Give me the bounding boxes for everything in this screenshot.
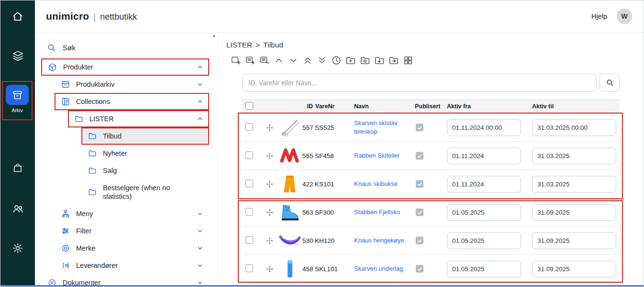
sidebar-nav: ProdukterProduktarkivCollectionsLISTERTi… [35,58,218,287]
folder-export-button[interactable] [388,55,399,66]
move-to-bottom-icon [317,55,327,66]
aktiv-til-input[interactable] [532,232,616,249]
sidebar-item-bestselgere-when-no-statistics[interactable]: Bestselgere (when no statistics) [81,179,209,205]
sidebar-item-produkter[interactable]: Produkter [41,58,209,76]
table-search-button[interactable] [600,74,620,92]
rail-arkiv-button[interactable]: Arkiv [2,81,33,120]
gear-icon [12,242,23,254]
folder-icon [88,166,97,175]
aktiv-til-input[interactable] [532,148,616,164]
move-down-button[interactable] [288,55,299,66]
product-name-link[interactable]: Skarven skistav teleskop [354,119,412,136]
drag-handle-icon[interactable] [266,124,273,131]
product-id: 422 [302,181,314,188]
sidebar-item-lister[interactable]: LISTER [68,110,209,127]
aktiv-til-input[interactable] [532,119,616,136]
row-select-checkbox[interactable] [245,208,253,216]
sidebar-item-produktarkiv[interactable]: Produktarkiv [55,76,209,93]
publisert-checkbox[interactable] [416,152,423,160]
add-row-button[interactable] [244,55,255,66]
product-name-link[interactable]: Knaus hengekøye [354,236,404,245]
sidebar-item-leverand-rer[interactable]: Leverandører [55,257,209,274]
sidebar-item-collections[interactable]: Collections [55,93,209,110]
select-all-checkbox[interactable] [245,102,253,110]
row-select-checkbox[interactable] [245,180,253,187]
aktiv-til-input[interactable] [532,176,616,193]
rail-shop-button[interactable] [0,158,35,177]
new-folder-icon [345,55,356,66]
add-list-button[interactable] [230,55,241,66]
row-select-checkbox[interactable] [245,264,253,272]
move-to-top-button[interactable] [302,55,313,66]
rail-layers-button[interactable] [0,46,35,65]
scroll-up-icon[interactable]: ▲ [212,34,216,287]
sidebar-item-meny[interactable]: Meny [55,205,209,222]
sidebar-search[interactable]: Søk [41,42,209,53]
grid-view-button[interactable] [402,55,413,66]
aktiv-fra-input[interactable] [447,204,521,221]
rail-settings-button[interactable] [0,239,35,258]
row-select-checkbox[interactable] [245,151,253,159]
rail-customers-button[interactable] [0,199,35,218]
search-icon [47,43,56,52]
sidebar-scrollbar[interactable]: ▲ [211,34,217,287]
sidebar-item-salg[interactable]: Salg [81,162,209,179]
sidebar-item-tilbud[interactable]: Tilbud [81,127,209,145]
aktiv-fra-input[interactable] [447,176,521,193]
sidebar-item-filter[interactable]: Filter [55,222,209,240]
row-select-checkbox[interactable] [245,236,253,244]
aktiv-til-input[interactable] [532,204,616,221]
folder-icon [75,115,83,123]
logo-separator: | [93,11,96,22]
move-to-top-icon [302,55,313,66]
product-thumbnail [278,174,302,194]
folder-icon [88,149,97,158]
publisert-checkbox[interactable] [416,265,423,273]
breadcrumb-current: Tilbud [263,41,283,49]
folder-settings-button[interactable] [359,55,370,66]
table-search-input[interactable] [242,74,597,92]
aktiv-til-input[interactable] [532,261,616,277]
new-folder-button[interactable] [345,55,356,66]
drag-handle-icon[interactable] [266,237,273,244]
badge-icon [61,244,70,253]
help-link[interactable]: Hjelp [591,12,607,20]
sidebar-item-nyheter[interactable]: Nyheter [81,145,209,162]
drag-handle-icon[interactable] [266,265,273,273]
product-name-link[interactable]: Rabben Skifeller [354,151,400,160]
aktiv-fra-input[interactable] [447,232,521,249]
sidebar-item-label: Meny [76,209,93,218]
publisert-checkbox[interactable] [416,180,423,188]
sidebar-item-label: Nyheter [103,149,127,158]
sidebar-item-merke[interactable]: Merke [55,240,209,257]
breadcrumb: LISTER>Tilbud [226,41,644,50]
breadcrumb-section[interactable]: LISTER [226,41,252,49]
move-up-button[interactable] [273,55,284,66]
drag-handle-icon[interactable] [266,152,273,160]
folder-settings-icon [360,55,370,66]
table-search-row [242,74,620,92]
chevron-down-icon [197,81,203,88]
publisert-checkbox[interactable] [416,208,423,216]
product-name-link[interactable]: Stabben Fjellsko [354,208,400,217]
add-row-icon [245,55,255,66]
product-thumbnail [278,259,302,278]
row-select-checkbox[interactable] [245,123,253,131]
remove-row-button[interactable] [259,55,270,66]
search-icon [606,79,614,87]
move-to-bottom-button[interactable] [316,55,327,66]
product-name-link[interactable]: Skarven underlag [354,264,403,273]
aktiv-fra-input[interactable] [447,119,521,136]
folder-import-button[interactable] [374,55,385,66]
history-button[interactable] [331,55,342,66]
product-name-link[interactable]: Knaus skibukse [354,180,398,188]
user-avatar[interactable]: W [617,9,632,24]
publisert-checkbox[interactable] [416,124,423,131]
publisert-checkbox[interactable] [416,237,423,244]
aktiv-fra-input[interactable] [447,261,521,277]
home-button[interactable] [0,0,35,33]
window-bottom-accent [0,285,644,287]
aktiv-fra-input[interactable] [447,148,521,164]
drag-handle-icon[interactable] [266,209,273,216]
drag-handle-icon[interactable] [266,181,273,188]
